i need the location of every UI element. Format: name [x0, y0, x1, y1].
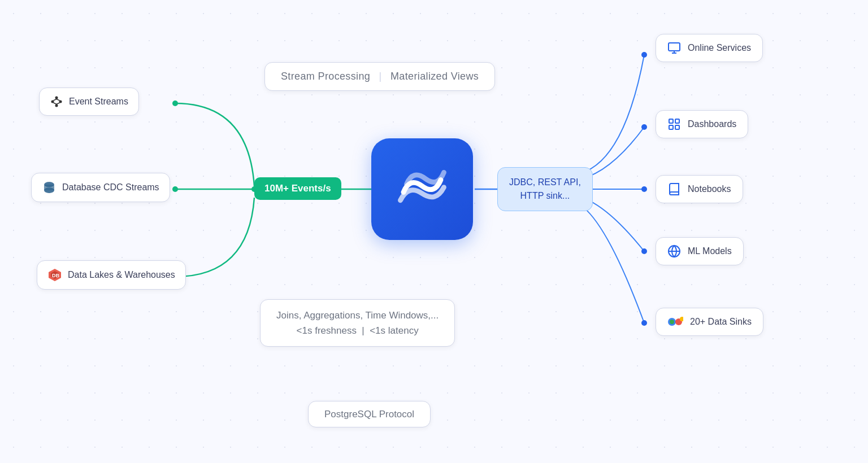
svg-line-16: [57, 103, 60, 104]
monitor-icon: [667, 41, 681, 55]
svg-rect-28: [675, 119, 679, 123]
event-streams-label: Event Streams: [69, 97, 128, 107]
postgres-icon: [42, 180, 57, 195]
jdbc-label: JDBC, REST API,HTTP sink...: [509, 177, 581, 200]
top-label: Stream Processing | Materialized Views: [264, 62, 495, 91]
svg-point-1: [172, 186, 178, 192]
database-cdc-node: Database CDC Streams: [31, 173, 170, 202]
event-streams-node: Event Streams: [39, 88, 139, 116]
label-divider: |: [379, 71, 382, 82]
data-lakes-label: Data Lakes & Warehouses: [68, 270, 175, 280]
center-logo: [371, 138, 473, 240]
svg-rect-30: [675, 125, 679, 129]
svg-point-7: [641, 248, 647, 254]
data-sinks-node: 20+ Data Sinks: [656, 308, 763, 336]
diagram: Stream Processing | Materialized Views E…: [0, 0, 868, 463]
databricks-icon: DB: [47, 268, 62, 282]
online-services-node: Online Services: [656, 34, 763, 62]
ml-models-node: ML Models: [656, 237, 744, 265]
materialized-views-label: Materialized Views: [390, 71, 479, 82]
kafka-icon: [50, 95, 63, 108]
svg-point-5: [641, 124, 647, 130]
dashboard-icon: [667, 117, 681, 131]
svg-point-4: [641, 52, 647, 58]
svg-point-10: [55, 104, 58, 107]
globe-icon: [667, 244, 681, 258]
events-badge: 10M+ Events/s: [254, 177, 341, 200]
jdbc-badge: JDBC, REST API,HTTP sink...: [497, 167, 593, 211]
svg-rect-29: [669, 125, 673, 129]
svg-point-6: [641, 186, 647, 192]
data-sinks-label: 20+ Data Sinks: [690, 317, 752, 327]
data-sinks-icon: [667, 315, 683, 329]
bottom-line-2: <1s freshness | <1s latency: [276, 323, 439, 338]
svg-point-0: [172, 101, 178, 106]
svg-point-8: [641, 320, 647, 326]
stream-processing-label: Stream Processing: [281, 71, 370, 82]
notebooks-label: Notebooks: [688, 184, 731, 194]
notebooks-node: Notebooks: [656, 175, 743, 203]
svg-line-14: [57, 99, 60, 101]
svg-rect-27: [669, 119, 673, 123]
postgresql-label: PostgreSQL Protocol: [308, 401, 431, 427]
svg-text:DB: DB: [52, 273, 59, 278]
dashboards-label: Dashboards: [688, 119, 736, 129]
dashboards-node: Dashboards: [656, 110, 748, 138]
data-lakes-node: DB Data Lakes & Warehouses: [37, 260, 186, 290]
svg-line-13: [54, 99, 57, 101]
svg-rect-24: [669, 43, 680, 51]
svg-point-9: [55, 97, 58, 99]
svg-point-34: [670, 320, 674, 324]
bottom-description: Joins, Aggregations, Time Windows,... <1…: [260, 299, 455, 347]
online-services-label: Online Services: [688, 43, 751, 53]
database-cdc-label: Database CDC Streams: [62, 182, 159, 193]
svg-point-19: [44, 187, 54, 193]
bottom-line-1: Joins, Aggregations, Time Windows,...: [276, 308, 439, 323]
svg-line-15: [54, 103, 57, 104]
ml-models-label: ML Models: [688, 246, 732, 256]
book-icon: [667, 182, 681, 196]
